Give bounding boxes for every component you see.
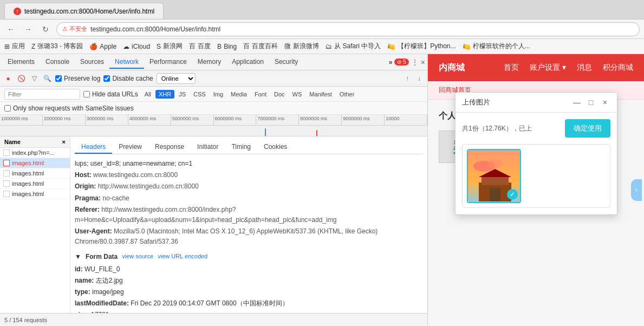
url-text: testingedu.com.cn:8000/Home/User/info.ht… <box>90 25 220 33</box>
nav-home[interactable]: 首页 <box>504 63 519 73</box>
bookmark-apps[interactable]: ⊞ 应用 <box>4 42 25 51</box>
tab-network[interactable]: Network <box>109 56 144 69</box>
more-tabs-icon[interactable]: » <box>389 58 393 66</box>
nav-messages[interactable]: 消息 <box>577 63 592 73</box>
preserve-log-label[interactable]: Preserve log <box>55 75 100 82</box>
bookmark-weibo[interactable]: 微 新浪微博 <box>284 42 319 51</box>
detail-tab-preview[interactable]: Preview <box>112 141 148 154</box>
dialog-maximize-button[interactable]: □ <box>586 97 596 108</box>
detail-tab-timing[interactable]: Timing <box>225 141 257 154</box>
header-val-referer: http://www.testingedu.com.cn:8000/index.… <box>75 206 336 224</box>
nav-mall[interactable]: 积分商城 <box>603 63 633 73</box>
type-media[interactable]: Media <box>227 90 250 99</box>
dialog-minimize-button[interactable]: — <box>571 97 582 108</box>
preserve-log-checkbox[interactable] <box>55 75 62 82</box>
ruler-1: 1000000 ms <box>0 115 43 125</box>
disable-cache-checkbox[interactable] <box>103 75 110 82</box>
close-devtools-icon[interactable]: × <box>421 58 425 67</box>
form-data-title: Form Data <box>86 252 118 262</box>
bookmark-python[interactable]: 🍋 【柠檬班】Python... <box>387 42 456 51</box>
download-har-button[interactable]: ↓ <box>414 74 424 83</box>
form-val-type: image/jpeg <box>92 288 124 296</box>
file-row-1[interactable]: images.html <box>0 158 70 168</box>
view-source-link[interactable]: view source <box>122 252 153 262</box>
file-row-3[interactable]: images.html <box>0 179 70 189</box>
bookmark-lemon[interactable]: 🍋 柠檬班软件的个人... <box>463 42 530 51</box>
type-manifest[interactable]: Manifest <box>306 90 335 99</box>
confirm-use-button[interactable]: 确定使用 <box>565 119 610 138</box>
dialog-info: 共1份（12.76K），已上 确定使用 <box>462 119 610 138</box>
header-key-pragma: Pragma: <box>75 194 102 202</box>
reload-button[interactable]: ↻ <box>39 23 52 36</box>
nav-account[interactable]: 账户设置 <box>530 63 566 73</box>
url-bar[interactable]: ⚠ 不安全 testingedu.com.cn:8000/Home/User/i… <box>56 22 640 36</box>
dialog-close-button[interactable]: × <box>600 97 610 108</box>
tab-sources[interactable]: Sources <box>75 56 109 69</box>
search-button[interactable]: 🔍 <box>42 74 52 83</box>
tab-security[interactable]: Security <box>269 56 303 69</box>
disable-cache-label[interactable]: Disable cache <box>103 75 153 82</box>
file-row-4[interactable]: images.html <box>0 189 70 199</box>
type-xhr[interactable]: XHR <box>155 90 174 99</box>
tab-memory[interactable]: Memory <box>192 56 226 69</box>
hide-data-urls-checkbox[interactable] <box>83 91 90 97</box>
file-icon-4 <box>3 191 10 197</box>
thumbnail-check-icon: ✓ <box>507 189 518 200</box>
view-url-encoded-link[interactable]: view URL encoded <box>158 252 207 262</box>
dialog-image-area: ✓ <box>462 144 610 208</box>
net-bar-1 <box>265 128 266 136</box>
tab-elements[interactable]: Elements <box>2 56 40 69</box>
devtools-tab-extras: » ⊘ 5 ⋮ × <box>389 58 425 67</box>
clear-button[interactable]: 🚫 <box>16 74 26 83</box>
file-name-4: images.html <box>12 191 44 197</box>
detail-tab-cookies[interactable]: Cookies <box>257 141 294 154</box>
bookmark-zhangsan[interactable]: Z 张璐33 - 博客园 <box>31 42 83 51</box>
sina-icon: S <box>157 43 161 50</box>
bookmark-sina[interactable]: S 新浪网 <box>157 42 183 51</box>
upload-thumbnail[interactable]: ✓ <box>467 149 521 203</box>
bookmark-safari[interactable]: 🗂 从 Safari 中导入 <box>326 42 381 51</box>
more-options-icon[interactable]: ⋮ <box>411 58 419 67</box>
form-val-lastmodified: Fri Dec 20 2019 00:14:07 GMT 0800（中国标准时间… <box>131 299 288 307</box>
record-button[interactable]: ● <box>3 74 13 83</box>
browser-tab[interactable]: ! testingedu.com.cn:8000/Home/User/info.… <box>4 3 164 19</box>
page-scroll-right-arrow[interactable]: › <box>631 179 642 201</box>
bookmark-bing[interactable]: B Bing <box>217 43 237 50</box>
apple-icon: 🍎 <box>89 43 97 50</box>
upload-har-button[interactable]: ↑ <box>402 74 412 83</box>
forward-button[interactable]: → <box>22 23 35 36</box>
file-icon-0 <box>3 149 10 156</box>
file-row-2[interactable]: images.html <box>0 168 70 179</box>
filter-button[interactable]: ▽ <box>29 74 39 83</box>
back-button[interactable]: ← <box>4 23 17 36</box>
tab-title: testingedu.com.cn:8000/Home/User/info.ht… <box>24 8 154 15</box>
dialog-controls: — □ × <box>571 97 610 108</box>
throttle-select[interactable]: Online Fast 3G Slow 3G Offline <box>157 73 196 84</box>
tab-console[interactable]: Console <box>40 56 75 69</box>
detail-tab-response[interactable]: Response <box>148 141 191 154</box>
filter-input[interactable] <box>4 89 80 100</box>
tab-application[interactable]: Application <box>226 56 269 69</box>
file-row-0[interactable]: index.php?m=... <box>0 148 70 158</box>
type-img[interactable]: Img <box>210 90 226 99</box>
type-js[interactable]: JS <box>175 90 189 99</box>
samesite-checkbox[interactable] <box>4 105 11 112</box>
tab-performance[interactable]: Performance <box>144 56 192 69</box>
type-ws[interactable]: WS <box>289 90 305 99</box>
type-font[interactable]: Font <box>251 90 270 99</box>
detail-tab-headers[interactable]: Headers <box>75 141 112 154</box>
detail-tab-initiator[interactable]: Initiator <box>191 141 225 154</box>
samesite-label[interactable]: Only show requests with SameSite issues <box>4 105 134 112</box>
bookmark-icloud[interactable]: ☁ iCloud <box>123 43 150 50</box>
net-bar-2 <box>316 130 317 136</box>
bookmark-baidu[interactable]: 百 百度 <box>189 42 211 51</box>
close-col[interactable]: × <box>62 139 66 145</box>
ruler-7: 7000000 ms <box>256 115 299 125</box>
type-css[interactable]: CSS <box>190 90 209 99</box>
type-doc[interactable]: Doc <box>271 90 288 99</box>
bookmark-baidubaike[interactable]: 百 百度百科 <box>243 42 278 51</box>
type-other[interactable]: Other <box>336 90 358 99</box>
bookmark-apple[interactable]: 🍎 Apple <box>89 43 116 50</box>
type-all[interactable]: All <box>141 90 154 99</box>
hide-data-urls-label[interactable]: Hide data URLs <box>83 90 138 98</box>
